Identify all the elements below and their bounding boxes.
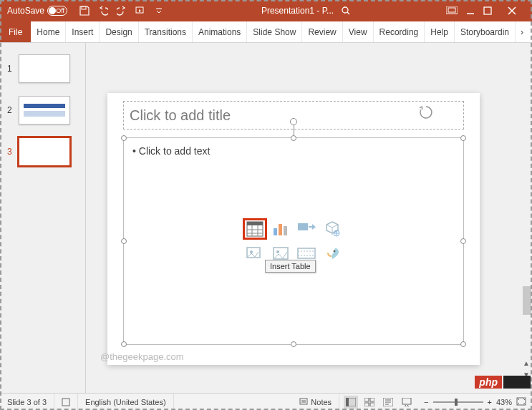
notes-button[interactable]: Notes	[292, 394, 339, 410]
insert-table-icon[interactable]	[243, 218, 267, 240]
php-badge: php	[475, 376, 502, 389]
svg-rect-10	[284, 226, 287, 235]
normal-view-icon[interactable]	[344, 396, 358, 409]
status-bar: Slide 3 of 3 English (United States) Not…	[0, 393, 532, 410]
resize-handle[interactable]	[460, 341, 466, 347]
insert-3d-model-icon[interactable]	[320, 218, 344, 240]
quick-access-toolbar	[72, 5, 172, 16]
language-indicator[interactable]: English (United States)	[78, 394, 174, 410]
minimize-icon[interactable]	[466, 6, 475, 15]
tab-animations[interactable]: Animations	[193, 21, 247, 42]
insert-smartart-icon[interactable]	[294, 218, 319, 240]
svg-rect-28	[402, 398, 411, 404]
content-text-prompt[interactable]: • Click to add text	[132, 145, 210, 157]
slide-sorter-icon[interactable]	[362, 396, 377, 409]
svg-rect-25	[364, 403, 369, 406]
autosave-toggle[interactable]: AutoSave Off	[3, 6, 72, 16]
resize-handle[interactable]	[291, 341, 296, 347]
slide-thumbnail-panel: 1 2 3	[0, 43, 86, 393]
svg-rect-17	[298, 248, 315, 258]
zoom-in-icon[interactable]: +	[488, 398, 492, 406]
tab-file[interactable]: File	[0, 21, 31, 42]
view-buttons	[339, 396, 418, 409]
zoom-controls: − + 43%	[418, 397, 532, 407]
undo-icon[interactable]	[97, 5, 109, 16]
slide-editor: Click to add title • Click to add text	[86, 43, 532, 393]
resize-handle[interactable]	[121, 135, 127, 141]
cn-badge	[503, 376, 531, 389]
watermark-text: @thegeekpage.com	[100, 351, 184, 362]
scroll-up-icon[interactable]: ▲	[521, 357, 532, 368]
resize-handle[interactable]	[121, 238, 127, 244]
content-icon-grid	[243, 218, 344, 264]
display-options-icon[interactable]	[446, 6, 458, 15]
vertical-scrollbar[interactable]: ▲ ▼	[521, 86, 532, 393]
main-area: 1 2 3 Click to add title	[0, 43, 532, 393]
redo-icon[interactable]	[116, 5, 127, 16]
svg-rect-5	[484, 7, 491, 14]
insert-chart-icon[interactable]	[269, 218, 293, 240]
ribbon-tabs: File Home Insert Design Transitions Anim…	[0, 21, 532, 43]
maximize-icon[interactable]	[483, 6, 492, 15]
resize-handle[interactable]	[460, 238, 466, 244]
window-title: Presentation1 - P...	[172, 6, 440, 16]
accessibility-icon[interactable]	[54, 394, 78, 410]
close-icon[interactable]	[500, 4, 523, 18]
toggle-switch[interactable]: Off	[47, 6, 67, 16]
tab-insert[interactable]: Insert	[66, 21, 100, 42]
svg-point-18	[334, 250, 336, 253]
rotate-arrow-icon[interactable]	[418, 104, 434, 120]
slideshow-view-icon[interactable]	[400, 396, 414, 409]
tooltip: Insert Table	[265, 260, 316, 273]
svg-rect-22	[346, 398, 349, 406]
tab-storyboarding[interactable]: Storyboardin	[455, 21, 516, 42]
resize-handle[interactable]	[460, 135, 466, 141]
tab-view[interactable]: View	[343, 21, 374, 42]
tab-help[interactable]: Help	[425, 21, 455, 42]
svg-rect-20	[300, 399, 307, 404]
svg-rect-19	[62, 399, 69, 406]
svg-rect-0	[82, 6, 86, 9]
save-icon[interactable]	[79, 5, 90, 16]
svg-point-2	[342, 7, 348, 13]
tab-transitions[interactable]: Transitions	[139, 21, 193, 42]
rotate-handle[interactable]	[290, 118, 297, 125]
reading-view-icon[interactable]	[381, 396, 395, 409]
tab-slide-show[interactable]: Slide Show	[247, 21, 302, 42]
window-controls	[440, 4, 529, 18]
svg-rect-24	[370, 398, 374, 401]
svg-rect-4	[448, 8, 455, 12]
zoom-out-icon[interactable]: −	[424, 398, 428, 406]
fit-to-window-icon[interactable]	[516, 397, 526, 407]
ribbon-overflow-icon[interactable]: ›	[516, 21, 528, 42]
thumbnail-2[interactable]: 2	[0, 96, 85, 125]
resize-handle[interactable]	[291, 135, 296, 141]
zoom-percent[interactable]: 43%	[496, 398, 512, 406]
autosave-label: AutoSave	[7, 6, 44, 16]
svg-rect-7	[247, 222, 263, 225]
thumbnail-1[interactable]: 1	[0, 54, 85, 83]
scrollbar-thumb[interactable]	[523, 286, 531, 315]
svg-rect-11	[298, 223, 308, 230]
slide-canvas[interactable]: Click to add title • Click to add text	[107, 93, 480, 365]
svg-rect-9	[279, 224, 282, 235]
thumbnail-3[interactable]: 3	[0, 137, 85, 166]
insert-stock-images-icon[interactable]	[243, 243, 267, 264]
insert-icons-icon[interactable]	[320, 243, 344, 264]
tab-recording[interactable]: Recording	[374, 21, 425, 42]
tab-home[interactable]: Home	[31, 21, 66, 42]
search-icon[interactable]	[341, 6, 351, 16]
resize-handle[interactable]	[121, 341, 127, 347]
slide-counter[interactable]: Slide 3 of 3	[0, 394, 54, 410]
svg-rect-26	[370, 403, 374, 406]
title-bar: AutoSave Off Presentation1 - P...	[0, 0, 532, 21]
content-placeholder[interactable]: • Click to add text	[123, 137, 464, 345]
zoom-slider[interactable]	[433, 401, 483, 403]
svg-rect-23	[364, 398, 369, 401]
tab-review[interactable]: Review	[302, 21, 342, 42]
svg-rect-8	[274, 228, 277, 235]
svg-point-16	[276, 250, 279, 253]
tab-design[interactable]: Design	[100, 21, 138, 42]
from-beginning-icon[interactable]	[135, 5, 146, 16]
qat-dropdown-icon[interactable]	[153, 5, 165, 16]
